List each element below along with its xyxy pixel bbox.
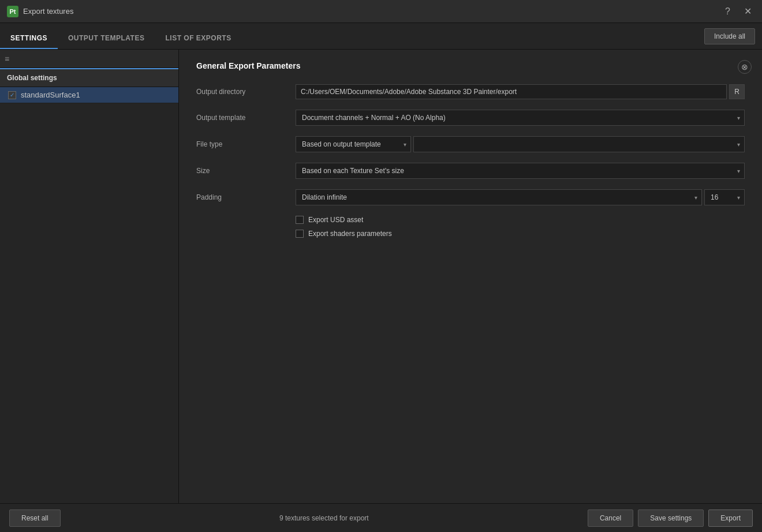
- tab-bar: SETTINGS OUTPUT TEMPLATES LIST OF EXPORT…: [0, 23, 762, 50]
- file-type-label: File type: [196, 140, 289, 148]
- close-window-button[interactable]: ✕: [741, 5, 755, 18]
- file-type-secondary-wrapper: ▾: [413, 136, 745, 152]
- sidebar-toolbar: ≡: [0, 50, 178, 68]
- output-directory-label: Output directory: [196, 88, 289, 96]
- title-bar-left: Pt Export textures: [7, 6, 73, 17]
- padding-primary-wrapper: Dilation infinite ▾: [296, 189, 702, 205]
- padding-primary-select[interactable]: Dilation infinite: [296, 189, 702, 205]
- file-type-control: Based on output template ▾ ▾: [296, 136, 745, 152]
- size-label: Size: [196, 167, 289, 175]
- padding-dropdowns: Dilation infinite ▾ 16 8 32 ▾: [296, 189, 745, 205]
- padding-row: Padding Dilation infinite ▾ 16 8: [196, 189, 745, 205]
- standard-surface-label: standardSurface1: [21, 91, 80, 99]
- title-bar: Pt Export textures ? ✕: [0, 0, 762, 23]
- output-directory-control: R: [296, 84, 745, 99]
- padding-control: Dilation infinite ▾ 16 8 32 ▾: [296, 189, 745, 205]
- output-template-select[interactable]: Document channels + Normal + AO (No Alph…: [296, 110, 745, 126]
- global-settings-header: Global settings: [0, 68, 178, 87]
- output-template-control: Document channels + Normal + AO (No Alph…: [296, 110, 745, 126]
- size-dropdown-wrapper: Based on each Texture Set's size ▾: [296, 163, 745, 179]
- output-template-label: Output template: [196, 114, 289, 122]
- cancel-button[interactable]: Cancel: [588, 509, 633, 527]
- export-button[interactable]: Export: [708, 509, 753, 527]
- size-select[interactable]: Based on each Texture Set's size: [296, 163, 745, 179]
- content-area: General Export Parameters ⊗ Output direc…: [179, 50, 762, 503]
- output-template-row: Output template Document channels + Norm…: [196, 110, 745, 126]
- reset-all-button[interactable]: Reset all: [9, 509, 61, 527]
- footer-status: 9 textures selected for export: [279, 514, 369, 522]
- output-directory-row: Output directory R: [196, 84, 745, 99]
- footer: Reset all 9 textures selected for export…: [0, 503, 762, 532]
- footer-right: Cancel Save settings Export: [588, 509, 753, 527]
- export-usd-checkbox[interactable]: [296, 216, 304, 224]
- window-title: Export textures: [23, 7, 73, 16]
- output-template-dropdown-wrapper: Document channels + Normal + AO (No Alph…: [296, 110, 745, 126]
- export-shaders-row[interactable]: Export shaders parameters: [294, 230, 745, 238]
- padding-label: Padding: [196, 193, 289, 201]
- size-control: Based on each Texture Set's size ▾: [296, 163, 745, 179]
- sidebar-item-standard-surface[interactable]: standardSurface1: [0, 87, 178, 103]
- file-type-dropdowns: Based on output template ▾ ▾: [296, 136, 745, 152]
- filter-icon: ≡: [5, 54, 9, 63]
- padding-secondary-wrapper: 16 8 32 ▾: [704, 189, 745, 205]
- export-usd-row[interactable]: Export USD asset: [294, 216, 745, 224]
- padding-secondary-select[interactable]: 16 8 32: [704, 189, 745, 205]
- output-directory-browse-button[interactable]: R: [729, 84, 745, 99]
- tab-settings[interactable]: SETTINGS: [0, 28, 58, 49]
- title-bar-controls: ? ✕: [722, 5, 755, 18]
- file-type-primary-wrapper: Based on output template ▾: [296, 136, 411, 152]
- standard-surface-checkbox[interactable]: [8, 91, 16, 99]
- app-icon: Pt: [7, 6, 18, 17]
- tab-list-of-exports[interactable]: LIST OF EXPORTS: [155, 28, 241, 49]
- help-button[interactable]: ?: [722, 5, 734, 18]
- export-shaders-label: Export shaders parameters: [308, 230, 392, 238]
- tab-output-templates[interactable]: OUTPUT TEMPLATES: [58, 28, 155, 49]
- body-area: ≡ Global settings standardSurface1 Gener…: [0, 50, 762, 503]
- footer-left: Reset all: [9, 509, 61, 527]
- output-directory-input[interactable]: [296, 84, 727, 99]
- main-container: SETTINGS OUTPUT TEMPLATES LIST OF EXPORT…: [0, 23, 762, 532]
- include-all-button[interactable]: Include all: [704, 28, 755, 44]
- file-type-secondary-select[interactable]: [413, 136, 745, 152]
- section-title: General Export Parameters: [196, 61, 745, 70]
- close-section-button[interactable]: ⊗: [738, 60, 752, 74]
- file-type-row: File type Based on output template ▾: [196, 136, 745, 152]
- file-type-primary-select[interactable]: Based on output template: [296, 136, 411, 152]
- export-usd-label: Export USD asset: [308, 216, 363, 224]
- save-settings-button[interactable]: Save settings: [638, 509, 704, 527]
- size-row: Size Based on each Texture Set's size ▾: [196, 163, 745, 179]
- export-shaders-checkbox[interactable]: [296, 230, 304, 238]
- sidebar: ≡ Global settings standardSurface1: [0, 50, 179, 503]
